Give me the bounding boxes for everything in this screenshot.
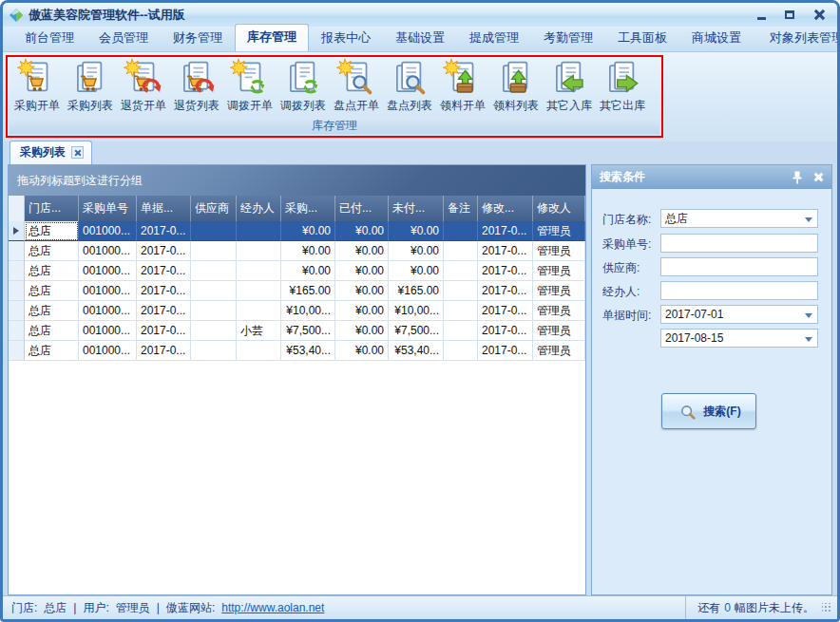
menu-tab-object-lists[interactable]: 对象列表管理 bbox=[757, 25, 840, 51]
resize-grip-icon[interactable] bbox=[822, 603, 831, 613]
cell-handler[interactable] bbox=[237, 301, 281, 321]
cell-purchase-amount[interactable]: ¥165.00 bbox=[281, 281, 335, 301]
cell-purchase-amount[interactable]: ¥10,00... bbox=[281, 301, 335, 321]
cell-paid[interactable]: ¥0.00 bbox=[335, 321, 389, 341]
po-number-input[interactable] bbox=[660, 234, 818, 253]
ribbon-button-transfer-list[interactable]: 调拨列表 bbox=[277, 59, 330, 112]
cell-remark[interactable] bbox=[444, 321, 478, 341]
menu-tab-commission[interactable]: 提成管理 bbox=[457, 25, 531, 51]
ribbon-button-stocktake-list[interactable]: 盘点列表 bbox=[383, 59, 436, 112]
menu-tab-attendance[interactable]: 考勤管理 bbox=[531, 25, 605, 51]
cell-supplier[interactable] bbox=[191, 341, 237, 361]
menu-tab-tools[interactable]: 工具面板 bbox=[605, 25, 679, 51]
ribbon-button-picking-new[interactable]: 领料开单 bbox=[436, 59, 489, 112]
menu-tab-inventory[interactable]: 库存管理 bbox=[235, 24, 309, 51]
ribbon-button-purchase-list[interactable]: 采购列表 bbox=[64, 59, 117, 112]
cell-po-number[interactable]: 001000... bbox=[79, 261, 137, 281]
cell-supplier[interactable] bbox=[191, 321, 237, 341]
cell-modified[interactable]: 2017-0... bbox=[478, 221, 533, 241]
cell-remark[interactable] bbox=[444, 241, 478, 261]
col-header-handler[interactable]: 经办人 bbox=[237, 196, 281, 221]
cell-purchase-amount[interactable]: ¥7,500... bbox=[281, 321, 335, 341]
cell-modified[interactable]: 2017-0... bbox=[478, 341, 533, 361]
cell-doc-date[interactable]: 2017-0... bbox=[137, 221, 191, 241]
cell-remark[interactable] bbox=[444, 281, 478, 301]
cell-store[interactable]: 总店 bbox=[25, 301, 79, 321]
row-selector-cell[interactable] bbox=[9, 341, 25, 361]
cell-doc-date[interactable]: 2017-0... bbox=[137, 321, 191, 341]
cell-unpaid[interactable]: ¥0.00 bbox=[389, 261, 444, 281]
maximize-button[interactable] bbox=[782, 9, 797, 22]
menu-tab-members[interactable]: 会员管理 bbox=[86, 25, 161, 51]
row-selector-cell[interactable] bbox=[9, 301, 25, 321]
cell-unpaid[interactable]: ¥53,40... bbox=[389, 341, 444, 361]
cell-modified[interactable]: 2017-0... bbox=[478, 321, 533, 341]
table-row[interactable]: 总店 001000... 2017-0... ¥53,40... ¥0.00 ¥… bbox=[9, 341, 585, 361]
cell-store[interactable]: 总店 bbox=[25, 321, 79, 341]
cell-po-number[interactable]: 001000... bbox=[79, 281, 137, 301]
col-header-doc-date[interactable]: 单据... bbox=[137, 196, 191, 221]
table-row[interactable]: 总店 001000... 2017-0... ¥0.00 ¥0.00 ¥0.00… bbox=[9, 221, 585, 241]
cell-purchase-amount[interactable]: ¥0.00 bbox=[281, 241, 335, 261]
ribbon-button-other-inbound[interactable]: 其它入库 bbox=[543, 59, 596, 112]
col-header-remark[interactable]: 备注 bbox=[444, 196, 478, 221]
cell-store[interactable]: 总店 bbox=[25, 261, 79, 281]
cell-doc-date[interactable]: 2017-0... bbox=[137, 341, 191, 361]
ribbon-button-picking-list[interactable]: 领料列表 bbox=[489, 59, 543, 112]
cell-doc-date[interactable]: 2017-0... bbox=[137, 301, 191, 321]
menu-tab-front-desk[interactable]: 前台管理 bbox=[12, 25, 86, 51]
col-header-purchase-amount[interactable]: 采购... bbox=[281, 196, 335, 221]
handler-input[interactable] bbox=[660, 281, 818, 300]
cell-po-number[interactable]: 001000... bbox=[79, 321, 137, 341]
table-row[interactable]: 总店 001000... 2017-0... ¥165.00 ¥0.00 ¥16… bbox=[9, 281, 585, 301]
cell-paid[interactable]: ¥0.00 bbox=[335, 261, 389, 281]
cell-supplier[interactable] bbox=[191, 281, 237, 301]
table-row[interactable]: 总店 001000... 2017-0... ¥0.00 ¥0.00 ¥0.00… bbox=[9, 241, 585, 261]
cell-store[interactable]: 总店 bbox=[25, 281, 79, 301]
cell-unpaid[interactable]: ¥0.00 bbox=[389, 221, 444, 241]
table-row[interactable]: 总店 001000... 2017-0... ¥0.00 ¥0.00 ¥0.00… bbox=[9, 261, 585, 281]
cell-store[interactable]: 总店 bbox=[25, 341, 79, 361]
cell-paid[interactable]: ¥0.00 bbox=[335, 221, 389, 241]
cell-modifier[interactable]: 管理员 bbox=[533, 261, 585, 281]
date-from-combobox[interactable]: 2017-07-01 bbox=[660, 305, 818, 324]
minimize-button[interactable] bbox=[754, 9, 769, 22]
cell-supplier[interactable] bbox=[191, 261, 237, 281]
cell-supplier[interactable] bbox=[191, 221, 237, 241]
cell-modifier[interactable]: 管理员 bbox=[533, 341, 585, 361]
ribbon-button-return-new[interactable]: 退货开单 bbox=[117, 59, 170, 112]
tab-close-icon[interactable] bbox=[71, 146, 84, 159]
website-link[interactable]: http://www.aolan.net bbox=[221, 601, 324, 614]
ribbon-button-other-outbound[interactable]: 其它出库 bbox=[596, 59, 649, 112]
cell-paid[interactable]: ¥0.00 bbox=[335, 241, 389, 261]
col-header-modified[interactable]: 修改... bbox=[478, 196, 533, 221]
cell-po-number[interactable]: 001000... bbox=[79, 221, 137, 241]
doc-tab-purchase-list[interactable]: 采购列表 bbox=[10, 141, 92, 164]
cell-paid[interactable]: ¥0.00 bbox=[335, 301, 389, 321]
row-selector-cell[interactable] bbox=[9, 241, 25, 261]
store-name-combobox[interactable]: 总店 bbox=[660, 209, 818, 228]
menu-tab-reports[interactable]: 报表中心 bbox=[309, 25, 383, 51]
cell-modified[interactable]: 2017-0... bbox=[478, 241, 533, 261]
cell-purchase-amount[interactable]: ¥0.00 bbox=[281, 261, 335, 281]
cell-purchase-amount[interactable]: ¥53,40... bbox=[281, 341, 335, 361]
cell-remark[interactable] bbox=[444, 341, 478, 361]
cell-modified[interactable]: 2017-0... bbox=[478, 281, 533, 301]
col-header-paid[interactable]: 已付... bbox=[335, 196, 389, 221]
cell-store[interactable]: 总店 bbox=[25, 241, 79, 261]
cell-po-number[interactable]: 001000... bbox=[79, 301, 137, 321]
col-header-modifier[interactable]: 修改人 bbox=[533, 196, 585, 221]
menu-tab-finance[interactable]: 财务管理 bbox=[161, 25, 235, 51]
cell-paid[interactable]: ¥0.00 bbox=[335, 281, 389, 301]
row-selector-cell[interactable] bbox=[9, 221, 25, 241]
cell-purchase-amount[interactable]: ¥0.00 bbox=[281, 221, 335, 241]
cell-remark[interactable] bbox=[444, 261, 478, 281]
col-header-supplier[interactable]: 供应商 bbox=[191, 196, 237, 221]
cell-modified[interactable]: 2017-0... bbox=[478, 261, 533, 281]
cell-unpaid[interactable]: ¥0.00 bbox=[389, 241, 444, 261]
cell-handler[interactable] bbox=[237, 241, 281, 261]
cell-remark[interactable] bbox=[444, 301, 478, 321]
cell-unpaid[interactable]: ¥7,500... bbox=[389, 321, 444, 341]
panel-close-icon[interactable] bbox=[813, 172, 824, 182]
cell-unpaid[interactable]: ¥165.00 bbox=[389, 281, 444, 301]
